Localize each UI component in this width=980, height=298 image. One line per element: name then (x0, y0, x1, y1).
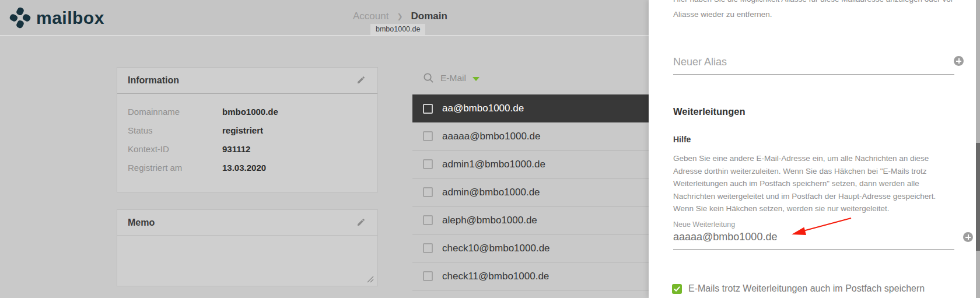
info-label: Domainname (128, 107, 222, 117)
row-checkbox[interactable] (423, 187, 433, 197)
row-checkbox[interactable] (423, 243, 433, 253)
edit-memo-button[interactable] (356, 218, 367, 228)
email-address: check10@bmbo1000.de (442, 243, 550, 254)
chevron-down-icon[interactable] (473, 77, 480, 81)
breadcrumb-domain-badge: bmbo1000.de (370, 24, 425, 35)
breadcrumb-domain: Domain (411, 10, 447, 22)
new-forwarding-field-group: Neue Weiterleitung (673, 220, 954, 250)
info-row-status: Status registriert (117, 121, 377, 139)
row-checkbox[interactable] (423, 271, 433, 281)
keep-in-mailbox-checkbox checkmark-icon[interactable] (672, 284, 682, 294)
email-list-item[interactable]: admin@bmbo1000.de (412, 178, 649, 206)
new-alias-input[interactable] (673, 56, 930, 68)
breadcrumb-account[interactable]: Account (353, 10, 388, 22)
app-logo[interactable]: mailbox (9, 7, 104, 29)
email-rows: aa@bmbo1000.de aaaaa@bmbo1000.de admin1@… (412, 94, 649, 290)
alias-forwarding-drawer: Hier haben Sie die Möglichkeit Aliasse f… (649, 0, 980, 298)
email-list-item[interactable]: aa@bmbo1000.de (412, 94, 649, 122)
drawer-scrollbar-thumb[interactable] (976, 143, 980, 251)
breadcrumb-separator-icon: ❯ (397, 12, 402, 20)
memo-card: Memo (117, 209, 378, 286)
keep-in-mailbox-row: E-Mails trotz Weiterleitungen auch im Po… (672, 283, 925, 294)
resize-handle-icon[interactable] (367, 276, 374, 283)
mailbox-pinwheel-icon (9, 7, 31, 29)
email-list-panel: E-Mail aa@bmbo1000.de aaaaa@bmbo1000.de … (412, 61, 649, 290)
information-card: Information Domainname bmbo1000.de Statu… (117, 67, 378, 192)
email-address: aaaaa@bmbo1000.de (442, 131, 541, 142)
email-filter-row: E-Mail (412, 61, 649, 94)
information-card-title: Information (128, 75, 179, 86)
drawer-scrollbar-track[interactable] (976, 0, 980, 298)
email-list-item[interactable]: aaaaa@bmbo1000.de (412, 122, 649, 150)
add-alias-button plus-circle-icon[interactable] (954, 56, 964, 66)
forwardings-title: Weiterleitungen (673, 106, 745, 117)
email-list-item[interactable]: check10@bmbo1000.de (412, 234, 649, 262)
info-value: bmbo1000.de (222, 107, 278, 117)
row-checkbox[interactable] (423, 104, 433, 114)
logo-text: mailbox (36, 8, 104, 28)
info-label: Status (128, 125, 222, 135)
memo-textarea[interactable] (117, 236, 377, 286)
email-address: aa@bmbo1000.de (442, 103, 524, 114)
pencil-icon (356, 75, 366, 85)
email-address: check11@bmbo1000.de (442, 271, 549, 282)
email-list-item[interactable]: check11@bmbo1000.de (412, 262, 649, 290)
row-checkbox[interactable] (423, 131, 433, 141)
pencil-icon (356, 218, 366, 227)
info-row-domainname: Domainname bmbo1000.de (117, 102, 377, 121)
email-address: admin1@bmbo1000.de (442, 159, 545, 170)
search-icon[interactable] (423, 72, 434, 83)
email-address: aleph@bmbo1000.de (442, 215, 537, 226)
new-forwarding-label: Neue Weiterleitung (673, 220, 954, 229)
breadcrumb: Account ❯ Domain (353, 10, 447, 22)
email-list-item[interactable]: admin1@bmbo1000.de (412, 150, 649, 178)
add-forwarding-button plus-circle-icon[interactable] (963, 232, 973, 242)
email-list-item[interactable]: aleph@bmbo1000.de (412, 206, 649, 234)
alias-intro-text-line1: Hier haben Sie die Möglichkeit Aliasse f… (673, 0, 953, 3)
info-value: 13.03.2020 (222, 163, 266, 173)
info-label: Kontext-ID (128, 144, 222, 154)
email-filter-label[interactable]: E-Mail (440, 73, 466, 83)
info-label: Registriert am (128, 163, 222, 173)
alias-intro-text-line2: Aliasse wieder zu entfernen. (673, 10, 772, 19)
info-row-kontext-id: Kontext-ID 931112 (117, 139, 377, 158)
info-value: registriert (222, 125, 263, 135)
keep-in-mailbox-label: E-Mails trotz Weiterleitungen auch im Po… (688, 283, 925, 294)
memo-card-title: Memo (128, 218, 155, 228)
edit-information-button[interactable] (356, 75, 367, 86)
new-alias-field-wrap (673, 56, 954, 75)
row-checkbox[interactable] (423, 159, 433, 169)
help-text: Geben Sie eine andere E-Mail-Adresse ein… (673, 152, 949, 215)
info-value: 931112 (222, 144, 250, 154)
info-row-registered: Registriert am 13.03.2020 (117, 158, 377, 177)
email-address: admin@bmbo1000.de (442, 187, 540, 198)
row-checkbox[interactable] (423, 215, 433, 225)
new-forwarding-input[interactable] (673, 231, 930, 243)
help-title: Hilfe (673, 135, 691, 144)
